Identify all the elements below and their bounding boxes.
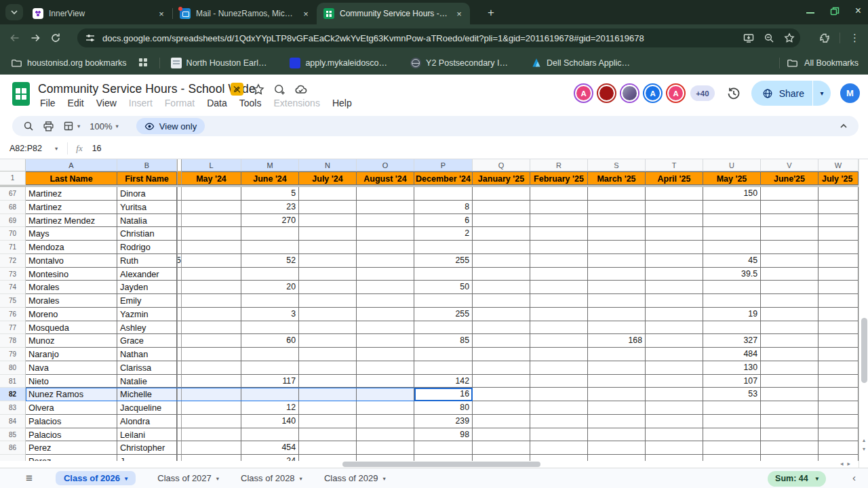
cell[interactable]	[761, 227, 818, 241]
cell[interactable]	[588, 361, 646, 375]
cell[interactable]	[761, 428, 818, 442]
column-header[interactable]: W	[818, 159, 859, 171]
cell[interactable]	[646, 201, 703, 214]
cell[interactable]	[473, 348, 530, 361]
cell[interactable]	[182, 241, 241, 254]
cell[interactable]	[241, 428, 299, 442]
sheet-menu-icon[interactable]: ≡	[26, 472, 33, 485]
header-cell[interactable]: December '24	[414, 171, 473, 185]
cell[interactable]: Emily	[117, 294, 177, 308]
cell[interactable]	[530, 308, 588, 321]
cell[interactable]	[761, 375, 818, 388]
cell[interactable]	[473, 308, 530, 321]
column-header[interactable]: B	[117, 159, 177, 171]
name-box[interactable]: A82:P82	[0, 144, 52, 153]
cell[interactable]	[588, 254, 646, 268]
hidden-columns-divider[interactable]	[177, 281, 182, 294]
cell[interactable]	[530, 294, 588, 308]
cell[interactable]	[530, 388, 588, 401]
cell[interactable]	[182, 388, 241, 401]
cell[interactable]	[299, 401, 357, 415]
cell[interactable]	[241, 294, 299, 308]
cell[interactable]	[761, 268, 818, 281]
cell[interactable]	[530, 321, 588, 335]
apps-grid-icon[interactable]	[139, 58, 149, 68]
cell[interactable]	[646, 268, 703, 281]
cell[interactable]: Jacqueline	[117, 401, 177, 415]
cell[interactable]: 12	[241, 401, 299, 415]
cell[interactable]	[703, 241, 761, 254]
avatar[interactable]: A	[575, 85, 592, 102]
row-header[interactable]: 77	[0, 321, 26, 335]
cell[interactable]	[761, 201, 818, 214]
cell[interactable]: Leilani	[117, 428, 177, 442]
cell[interactable]	[646, 361, 703, 375]
url-text[interactable]: docs.google.com/spreadsheets/d/1QdxYYpLT…	[102, 33, 644, 43]
cell[interactable]: 19	[703, 308, 761, 321]
cell[interactable]	[761, 321, 818, 335]
cell[interactable]	[818, 227, 859, 241]
cell[interactable]	[818, 388, 859, 401]
cell[interactable]: 117	[241, 375, 299, 388]
cell[interactable]: Mosqueda	[26, 321, 117, 335]
bookmark-item[interactable]: Y2 Postsecondary I…	[410, 58, 508, 68]
header-cell[interactable]: June'25	[761, 171, 818, 185]
cell[interactable]	[473, 241, 530, 254]
cell[interactable]	[818, 348, 859, 361]
cell[interactable]	[818, 187, 859, 201]
cell[interactable]: 5	[241, 187, 299, 201]
cell[interactable]: 239	[414, 415, 473, 428]
cell[interactable]: 98	[414, 428, 473, 442]
cell[interactable]	[646, 428, 703, 442]
row-header[interactable]: 70	[0, 227, 26, 241]
cell[interactable]: Christopher	[117, 441, 177, 455]
browser-tab[interactable]: Mail - NunezRamos, Michelle - O×	[173, 3, 317, 24]
cell[interactable]	[530, 401, 588, 415]
cell[interactable]: 24	[241, 455, 299, 461]
cell[interactable]	[703, 428, 761, 442]
cell[interactable]	[299, 441, 357, 455]
header-cell[interactable]: February '25	[530, 171, 588, 185]
column-header[interactable]: M	[241, 159, 299, 171]
cell[interactable]	[299, 214, 357, 228]
cell[interactable]: Naranjo	[26, 348, 117, 361]
hidden-columns-divider[interactable]	[177, 187, 182, 201]
more-collaborators-badge[interactable]: +40	[690, 85, 715, 101]
menu-file[interactable]: File	[34, 96, 62, 110]
cell[interactable]	[703, 455, 761, 461]
cell[interactable]: 8	[414, 201, 473, 214]
cell[interactable]: Yuritsa	[117, 201, 177, 214]
cell[interactable]	[357, 441, 414, 455]
horizontal-scroll-arrows[interactable]: ◂▸	[840, 460, 854, 467]
cell[interactable]	[818, 254, 859, 268]
cell[interactable]	[182, 281, 241, 294]
header-cell[interactable]: Last Name	[26, 171, 117, 185]
cell[interactable]	[818, 415, 859, 428]
row-header[interactable]: 83	[0, 401, 26, 415]
cell[interactable]	[357, 227, 414, 241]
header-cell[interactable]: July '25	[818, 171, 859, 185]
cell[interactable]	[357, 321, 414, 335]
browser-menu-icon[interactable]: ⋮	[850, 32, 860, 44]
cell[interactable]	[818, 268, 859, 281]
cell[interactable]: Nava	[26, 361, 117, 375]
cell[interactable]: Mendoza	[26, 241, 117, 254]
cell[interactable]	[646, 227, 703, 241]
cell[interactable]	[299, 308, 357, 321]
row-header[interactable]: 1	[0, 171, 26, 185]
cell[interactable]	[530, 428, 588, 442]
document-title[interactable]: Community Service Hours - School Wide	[38, 82, 256, 96]
cell[interactable]: Jayden	[117, 281, 177, 294]
cell[interactable]	[299, 334, 357, 348]
search-icon[interactable]	[23, 121, 34, 131]
bookmark-item[interactable]: apply.mykaleidosco…	[290, 58, 387, 68]
cell[interactable]: Michelle	[117, 388, 177, 401]
cell[interactable]	[818, 214, 859, 228]
cell[interactable]	[299, 241, 357, 254]
cell[interactable]	[818, 294, 859, 308]
avatar[interactable]: A	[644, 85, 661, 102]
column-header[interactable]: Q	[473, 159, 530, 171]
close-tab-icon[interactable]: ×	[300, 8, 311, 19]
cell[interactable]	[761, 281, 818, 294]
cell[interactable]	[357, 388, 414, 401]
